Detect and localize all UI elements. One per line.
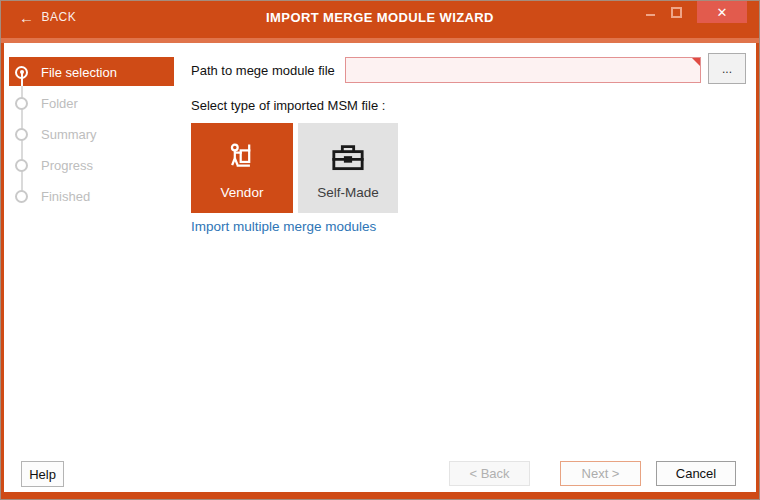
back-button[interactable]: < Back (449, 461, 530, 486)
stepper-item-summary[interactable]: Summary (1, 123, 181, 145)
validation-error-icon (692, 58, 700, 66)
minimize-icon (646, 14, 655, 16)
import-merge-module-wizard-window: ← BACK IMPORT MERGE MODULE WIZARD ✕ File… (0, 0, 760, 500)
step-radio-icon (15, 97, 28, 110)
browse-button[interactable]: ... (708, 53, 746, 84)
path-field-label: Path to mege module file (191, 57, 335, 83)
step-label: Folder (41, 96, 78, 111)
import-multiple-link[interactable]: Import multiple merge modules (191, 219, 376, 234)
close-icon: ✕ (717, 5, 728, 20)
window-controls: ✕ (637, 1, 747, 23)
step-radio-icon (15, 190, 28, 203)
step-radio-icon (15, 159, 28, 172)
step-label: File selection (41, 65, 117, 80)
window-border-bottom (1, 492, 759, 499)
toolbox-icon (329, 140, 367, 176)
tile-self-made[interactable]: Self-Made (298, 123, 398, 213)
maximize-icon (671, 7, 682, 18)
window-border-right (756, 43, 759, 492)
msm-type-label: Select type of imported MSM file : (191, 98, 385, 113)
help-button[interactable]: Help (21, 461, 64, 487)
close-button[interactable]: ✕ (697, 1, 747, 23)
titlebar: ← BACK IMPORT MERGE MODULE WIZARD ✕ (1, 1, 759, 38)
stepper-item-file-selection[interactable]: File selection (1, 61, 181, 83)
step-label: Progress (41, 158, 93, 173)
titlebar-accent-strip (1, 38, 759, 43)
path-input[interactable] (345, 57, 701, 83)
minimize-button[interactable] (637, 1, 663, 23)
tile-self-made-label: Self-Made (317, 185, 379, 200)
step-label: Summary (41, 127, 97, 142)
vendor-handtruck-icon (225, 140, 259, 176)
window-border-left (1, 43, 4, 492)
stepper-item-finished[interactable]: Finished (1, 185, 181, 207)
stepper-item-progress[interactable]: Progress (1, 154, 181, 176)
stepper-item-folder[interactable]: Folder (1, 92, 181, 114)
tile-vendor-label: Vendor (221, 185, 264, 200)
next-button[interactable]: Next > (560, 461, 641, 486)
maximize-button[interactable] (663, 1, 689, 23)
step-radio-active-icon (15, 66, 28, 79)
tile-vendor[interactable]: Vendor (191, 123, 293, 213)
step-label: Finished (41, 189, 90, 204)
cancel-button[interactable]: Cancel (656, 461, 736, 486)
step-radio-icon (15, 128, 28, 141)
